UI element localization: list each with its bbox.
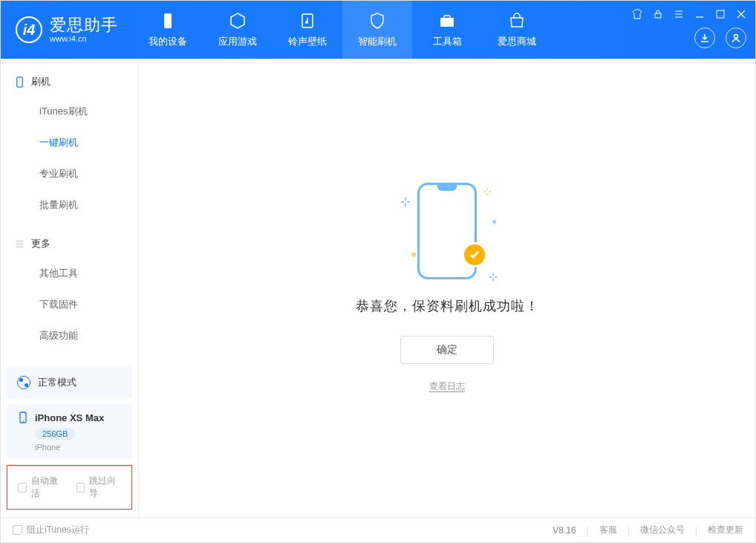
checkbox-label: 阻止iTunes运行 <box>27 524 89 536</box>
shirt-icon[interactable] <box>632 9 642 19</box>
nav-tab-my-device[interactable]: 我的设备 <box>133 1 203 59</box>
maximize-icon[interactable] <box>715 9 726 19</box>
cube-icon <box>228 11 247 30</box>
checkbox-label: 自动激活 <box>31 475 63 500</box>
sidebar: 刷机 iTunes刷机 一键刷机 专业刷机 批量刷机 更多 其他工具 下载固件 … <box>1 59 139 517</box>
check-update-link[interactable]: 检查更新 <box>708 524 743 536</box>
phone-icon <box>17 412 29 423</box>
user-button[interactable] <box>726 27 746 48</box>
sidebar-section-title: 刷机 <box>31 75 50 88</box>
nav-tab-store[interactable]: 爱思商城 <box>482 1 552 59</box>
svg-rect-4 <box>444 16 450 19</box>
nav-label: 工具箱 <box>433 35 462 48</box>
nav-label: 应用游戏 <box>218 35 257 48</box>
svg-rect-5 <box>655 13 661 18</box>
shield-icon <box>368 11 387 30</box>
options-row: 自动激活 跳过向导 <box>7 465 132 510</box>
svg-rect-0 <box>164 13 172 28</box>
sidebar-item-itunes-flash[interactable]: iTunes刷机 <box>1 96 138 127</box>
version-label: V8.16 <box>553 525 576 536</box>
device-storage-badge: 256GB <box>35 428 75 440</box>
success-message: 恭喜您，保资料刷机成功啦！ <box>356 297 539 315</box>
app-subtitle: www.i4.cn <box>50 34 118 43</box>
checkbox-icon <box>13 525 22 535</box>
statusbar: 阻止iTunes运行 V8.16 | 客服 | 微信公众号 | 检查更新 <box>1 517 755 542</box>
svg-rect-3 <box>440 18 454 27</box>
sidebar-item-advanced[interactable]: 高级功能 <box>1 320 138 351</box>
close-icon[interactable] <box>736 9 746 19</box>
minimize-icon[interactable] <box>694 9 705 19</box>
sidebar-header-flash: 刷机 <box>1 68 138 96</box>
nav-tab-apps[interactable]: 应用游戏 <box>203 1 273 59</box>
nav-label: 爱思商城 <box>498 35 536 48</box>
svg-rect-8 <box>17 77 23 86</box>
nav-label: 智能刷机 <box>358 35 397 48</box>
music-icon <box>298 11 317 30</box>
list-icon <box>14 238 25 250</box>
svg-rect-6 <box>717 10 724 18</box>
skip-guide-checkbox[interactable]: 跳过向导 <box>76 475 122 500</box>
phone-icon <box>158 11 177 30</box>
nav-tab-flash[interactable]: 智能刷机 <box>342 1 412 59</box>
checkbox-label: 跳过向导 <box>89 475 121 500</box>
nav-tab-ringtones[interactable]: 铃声壁纸 <box>273 1 342 59</box>
device-type: iPhone <box>35 443 122 452</box>
lock-icon[interactable] <box>653 9 663 19</box>
nav-label: 我的设备 <box>149 35 187 48</box>
sidebar-item-onekey-flash[interactable]: 一键刷机 <box>1 127 138 158</box>
mode-label: 正常模式 <box>38 376 76 389</box>
svg-point-2 <box>305 21 308 24</box>
app-logo-icon: i4 <box>16 16 42 43</box>
main-content: 恭喜您，保资料刷机成功啦！ 确定 查看日志 <box>139 59 755 517</box>
check-badge-icon <box>462 242 487 267</box>
mode-card[interactable]: 正常模式 <box>7 367 132 398</box>
ok-button[interactable]: 确定 <box>400 336 494 364</box>
store-icon <box>507 11 527 30</box>
sidebar-section-title: 更多 <box>31 237 50 250</box>
checkbox-icon <box>76 483 85 492</box>
auto-activate-checkbox[interactable]: 自动激活 <box>18 475 63 500</box>
block-itunes-checkbox[interactable]: 阻止iTunes运行 <box>13 524 89 536</box>
titlebar: i4 爱思助手 www.i4.cn 我的设备 应用游戏 铃声壁纸 智能刷机 <box>1 1 755 59</box>
device-card[interactable]: iPhone XS Max 256GB iPhone <box>7 404 132 459</box>
nav-label: 铃声壁纸 <box>288 35 327 48</box>
sidebar-header-more: 更多 <box>1 230 138 258</box>
device-icon <box>14 77 25 88</box>
sidebar-item-pro-flash[interactable]: 专业刷机 <box>1 158 138 189</box>
toolbox-icon <box>437 11 457 30</box>
device-name: iPhone XS Max <box>35 412 104 423</box>
checkbox-icon <box>18 483 27 492</box>
sidebar-item-batch-flash[interactable]: 批量刷机 <box>1 189 138 221</box>
support-link[interactable]: 客服 <box>599 524 617 536</box>
wechat-link[interactable]: 微信公众号 <box>640 524 685 536</box>
success-illustration <box>417 183 477 279</box>
sidebar-item-download-firmware[interactable]: 下载固件 <box>1 289 138 320</box>
nav-tab-toolbox[interactable]: 工具箱 <box>412 1 482 59</box>
app-logo-area: i4 爱思助手 www.i4.cn <box>1 1 133 59</box>
svg-point-7 <box>734 35 738 39</box>
app-title: 爱思助手 <box>50 16 118 34</box>
svg-point-10 <box>22 420 24 422</box>
mode-icon <box>17 376 30 389</box>
download-button[interactable] <box>694 27 715 48</box>
view-log-link[interactable]: 查看日志 <box>429 380 465 393</box>
menu-icon[interactable] <box>674 9 684 19</box>
sidebar-item-other-tools[interactable]: 其他工具 <box>1 258 138 289</box>
